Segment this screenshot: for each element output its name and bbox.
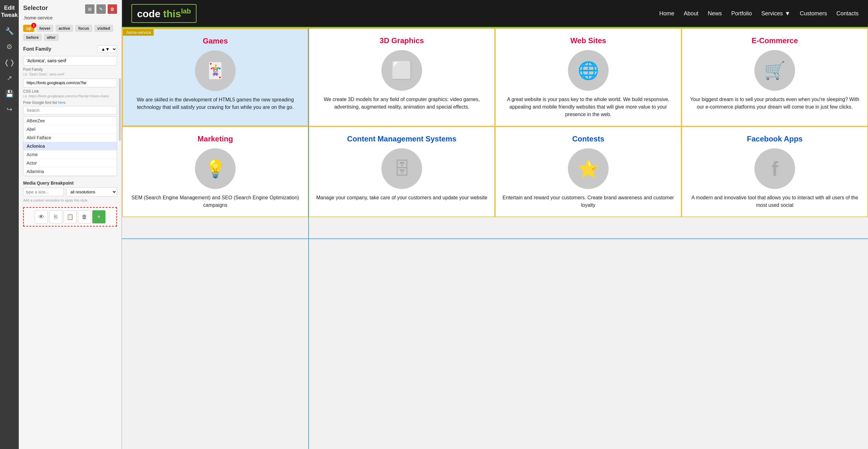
font-item-abel[interactable]: Abel [24, 125, 117, 134]
font-item-actor[interactable]: Actor [24, 159, 117, 167]
marketing-icon: 💡 [195, 148, 236, 189]
font-item-abril[interactable]: Abril Fatface [24, 134, 117, 142]
font-item-acme[interactable]: Acme [24, 151, 117, 159]
service-websites: Web Sites 🌐 A great website is your pass… [495, 28, 682, 126]
websites-title: Web Sites [570, 36, 606, 45]
nav-bar: code thislab Home About News Portfolio S… [122, 0, 868, 28]
add-btn[interactable]: + [92, 210, 105, 223]
font-family-input[interactable] [23, 56, 117, 65]
nav-home[interactable]: Home [659, 10, 674, 17]
css-link-label: CSS Link [23, 89, 117, 94]
font-item-abeezee[interactable]: ABeeZee [24, 117, 117, 125]
websites-desc: A great website is your pass key to the … [502, 96, 675, 118]
nav-contacts[interactable]: Contacts [836, 10, 859, 17]
cms-desc: Manage your company, take care of your c… [316, 194, 488, 201]
service-games: .home-service Games 🃏 We are skilled in … [122, 28, 309, 126]
games-title: Games [203, 37, 228, 45]
badge-visited[interactable]: visited [94, 25, 113, 32]
mq-size-input[interactable] [23, 188, 64, 196]
service-marketing: Marketing 💡 SEM (Search Engine Managemen… [122, 126, 309, 217]
css-link-input[interactable] [23, 78, 117, 87]
ecommerce-desc: Your biggest dream is to sell your produ… [688, 96, 861, 111]
edit-tweak-label: Edit Tweak [0, 0, 20, 24]
games-icon: 🃏 [195, 51, 236, 91]
horizontal-guide-line [122, 238, 868, 239]
badge-focus[interactable]: focus [75, 25, 92, 32]
mq-hint: Add a custom resolution to apply this st… [23, 198, 117, 202]
logo-lab: lab [181, 7, 191, 15]
main-content: code thislab Home About News Portfolio S… [122, 0, 868, 449]
badge-before[interactable]: before [23, 34, 42, 41]
paste-btn[interactable]: 📋 [64, 210, 77, 223]
font-item-adamina[interactable]: Adamina [24, 167, 117, 176]
google-fonts-label: Free Google font list here. [23, 100, 117, 105]
delete-btn[interactable]: 🗑 [107, 4, 117, 14]
nav-about[interactable]: About [684, 10, 699, 17]
tool-strip: Edit Tweak 🔧 ⚙ ❬❭ ↗ 💾 ↪ [0, 0, 19, 449]
wrench-icon[interactable]: 🔧 [3, 25, 16, 38]
badge-up[interactable]: up 1 [23, 25, 34, 32]
font-list: ABeeZee Abel Abril Fatface Aclonica Acme… [23, 117, 117, 176]
font-search-input[interactable] [23, 106, 117, 115]
logo-this: this [163, 8, 181, 20]
font-item-aclonica[interactable]: Aclonica [24, 142, 117, 151]
mq-section: Media Query Breakpoint all resolutions m… [23, 181, 117, 202]
marketing-title: Marketing [197, 134, 233, 143]
badge-active[interactable]: active [55, 25, 73, 32]
ecommerce-icon: 🛒 [754, 50, 795, 91]
mq-resolution-select[interactable]: all resolutions mobile tablet desktop [66, 187, 117, 196]
home-service-badge: .home-service [123, 29, 154, 36]
code-icon[interactable]: ❬❭ [3, 56, 16, 69]
selector-value: .home-service [23, 15, 117, 20]
3d-graphics-title: 3D Graphics [379, 36, 424, 45]
arrow-icon[interactable]: ↗ [3, 72, 16, 85]
nav-links: Home About News Portfolio Services ▼ Cus… [659, 10, 859, 17]
service-contests: Contests ⭐ Entertain and reward your cus… [495, 126, 682, 217]
font-family-hint: i.e. 'Open Sans', sans-serif [23, 72, 117, 76]
mq-title: Media Query Breakpoint [23, 181, 117, 186]
sliders-icon[interactable]: ⚙ [3, 40, 16, 54]
contests-icon: ⭐ [568, 148, 609, 189]
services-grid: .home-service Games 🃏 We are skilled in … [122, 28, 868, 217]
save-icon[interactable]: 💾 [3, 87, 16, 100]
share-icon[interactable]: ↪ [3, 103, 16, 116]
scrollbar-indicator[interactable] [119, 78, 121, 141]
logo-text: code thislab [137, 8, 191, 20]
sidebar-panel: Selector ⊞ ✎ 🗑 .home-service up 1 hover … [19, 0, 121, 449]
logo-code: code [137, 8, 163, 20]
badge-after[interactable]: after [44, 34, 59, 41]
nav-services[interactable]: Services ▼ [761, 10, 790, 17]
eye-btn[interactable]: 👁 [35, 210, 48, 223]
copy-btn[interactable]: ⎘ [49, 210, 62, 223]
trash-btn[interactable]: 🗑 [78, 210, 91, 223]
google-fonts-link[interactable]: here. [58, 100, 66, 105]
cms-icon: 🗄 [381, 148, 422, 189]
service-facebook: Facebook Apps f A modern and innovative … [682, 126, 868, 217]
grid-btn[interactable]: ⊞ [85, 4, 94, 14]
3d-graphics-icon: ⬜ [381, 50, 422, 91]
services-dropdown-icon: ▼ [785, 10, 790, 17]
contests-desc: Entertain and reward your customers. Cre… [502, 194, 675, 209]
edit-btn[interactable]: ✎ [96, 4, 106, 14]
font-family-dropdown[interactable]: ▲▼ [98, 45, 117, 53]
bottom-actions: 👁 ⎘ 📋 🗑 + [23, 207, 117, 227]
ecommerce-title: E-Commerce [752, 36, 798, 45]
css-link-hint: i.e. https://fonts.googleapis.com/css?fa… [23, 94, 117, 98]
cms-title: Content Management Systems [347, 134, 456, 143]
font-family-label: Font Family [23, 67, 117, 72]
nav-portfolio[interactable]: Portfolio [731, 10, 752, 17]
nav-news[interactable]: News [708, 10, 722, 17]
state-badges: up 1 hover active focus visited before a… [23, 25, 117, 41]
selector-title: Selector [23, 4, 48, 11]
facebook-title: Facebook Apps [747, 134, 803, 143]
marketing-desc: SEM (Search Engine Management) and SEO (… [129, 194, 302, 209]
games-desc: We are skilled in the development of HTM… [129, 96, 301, 111]
badge-hover[interactable]: hover [36, 25, 54, 32]
contests-title: Contests [572, 134, 604, 143]
facebook-desc: A modern and innovative tool that allows… [688, 194, 861, 209]
3d-graphics-desc: We create 3D models for any field of com… [315, 96, 488, 111]
nav-customers[interactable]: Customers [800, 10, 827, 17]
service-cms: Content Management Systems 🗄 Manage your… [309, 126, 495, 217]
logo: code thislab [131, 4, 196, 23]
service-3d-graphics: 3D Graphics ⬜ We create 3D models for an… [309, 28, 495, 126]
